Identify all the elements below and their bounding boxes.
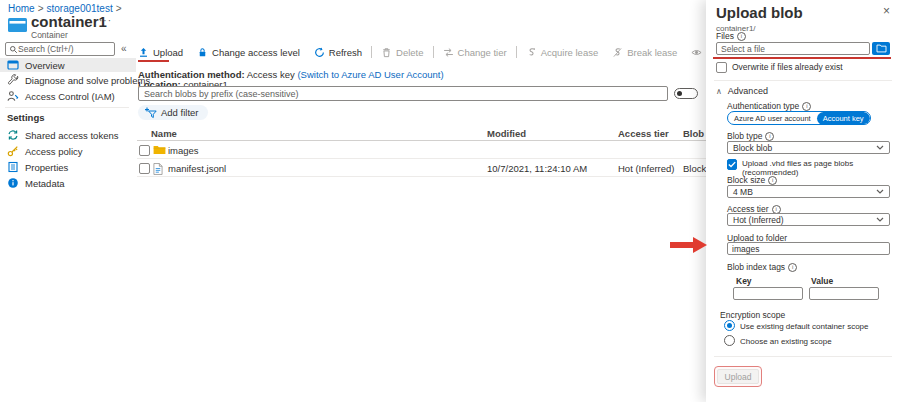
label-text: Key	[736, 276, 752, 286]
sidebar-item-access-policy[interactable]: Access policy	[0, 144, 136, 158]
file-select-input[interactable]	[716, 42, 870, 55]
filter-add-icon	[144, 107, 157, 119]
access-tier-select[interactable]: Hot (Inferred)	[727, 213, 890, 226]
eye-icon	[691, 47, 702, 58]
blob-name-link[interactable]: manifest.jsonl	[168, 163, 226, 174]
blob-name-link[interactable]: images	[168, 145, 199, 156]
person-key-icon	[7, 90, 19, 102]
checkbox-unchecked	[716, 62, 727, 73]
blob-index-tags-label: Blob index tags i	[727, 262, 797, 272]
auth-option-azure-ad[interactable]: Azure AD user account	[728, 112, 817, 125]
sidebar-item-label: Access policy	[25, 146, 83, 157]
block-size-select[interactable]: 4 MB	[727, 185, 890, 198]
toolbar-label: Change tier	[458, 47, 507, 58]
tag-key-input[interactable]	[733, 287, 803, 300]
tags-value-header: Value	[811, 276, 833, 286]
sidebar-item-label: Properties	[25, 162, 68, 173]
browse-files-button[interactable]	[872, 42, 890, 55]
break-lease-icon	[612, 47, 623, 58]
row-checkbox[interactable]	[139, 145, 150, 156]
panel-footer-divider	[714, 356, 892, 357]
toolbar-divider	[516, 46, 517, 58]
sidebar-item-label: Overview	[25, 60, 65, 71]
upload-button-annotation-box: Upload	[714, 366, 762, 387]
chevron-down-icon	[876, 189, 884, 194]
upload-folder-input[interactable]	[727, 242, 890, 255]
switch-auth-link[interactable]: (Switch to Azure AD User Account)	[297, 69, 443, 80]
label-text: Files	[716, 31, 734, 41]
tag-value-input[interactable]	[809, 287, 879, 300]
toolbar-label: Acquire lease	[541, 47, 599, 58]
upload-button[interactable]: Upload	[137, 47, 190, 58]
auth-type-pill-toggle: Azure AD user account Account key	[727, 111, 871, 125]
sidebar-item-diagnose[interactable]: Diagnose and solve problems	[0, 73, 136, 87]
advanced-section-toggle[interactable]: ∧ Advanced	[716, 86, 768, 96]
column-header-access-tier[interactable]: Access tier	[618, 128, 669, 139]
properties-icon	[7, 161, 19, 173]
panel-upload-button[interactable]: Upload	[717, 369, 759, 384]
select-value: Hot (Inferred)	[733, 215, 784, 225]
encryption-default-radio[interactable]: Use existing default container scope	[724, 320, 869, 331]
toolbar-label: Change access level	[212, 47, 300, 58]
chevron-down-icon	[876, 217, 884, 222]
shared-tokens-icon	[7, 129, 19, 141]
sidebar-search-input[interactable]	[18, 44, 108, 54]
sidebar-item-shared-access-tokens[interactable]: Shared access tokens	[0, 128, 136, 142]
red-arrow-annotation	[670, 237, 708, 253]
delete-button[interactable]: Delete	[374, 47, 430, 58]
sidebar-item-access-control[interactable]: Access Control (IAM)	[0, 89, 136, 103]
add-filter-button[interactable]: Add filter	[138, 105, 208, 120]
toolbar-label: Break lease	[627, 47, 677, 58]
add-filter-label: Add filter	[161, 107, 199, 118]
sidebar-item-properties[interactable]: Properties	[0, 160, 136, 174]
show-deleted-toggle[interactable]	[674, 88, 698, 99]
break-lease-button[interactable]: Break lease	[605, 47, 684, 58]
info-icon: i	[802, 102, 811, 111]
change-tier-button[interactable]: Change tier	[436, 47, 514, 58]
upload-blob-panel: Upload blob × container1/ Files i Overwr…	[706, 0, 900, 402]
toolbar-divider	[433, 46, 434, 58]
cell-modified: 10/7/2021, 11:24:10 AM	[487, 163, 587, 174]
sidebar-item-label: Diagnose and solve problems	[25, 75, 150, 86]
sidebar-item-metadata[interactable]: Metadata	[0, 176, 136, 190]
sidebar-item-label: Shared access tokens	[25, 130, 118, 141]
sidebar-divider	[5, 107, 129, 108]
arrow-head	[693, 237, 707, 253]
blob-type-select[interactable]: Block blob	[727, 141, 890, 154]
upload-icon	[138, 47, 149, 58]
radio-unselected	[724, 335, 735, 346]
overwrite-label: Overwrite if files already exist	[732, 62, 843, 72]
radio-label: Choose an existing scope	[740, 335, 832, 346]
folder-browse-icon	[876, 44, 887, 53]
row-checkbox[interactable]	[139, 163, 150, 174]
acquire-lease-icon	[526, 47, 537, 58]
page-subtitle: Container	[31, 30, 68, 40]
column-header-name[interactable]: Name	[151, 128, 177, 139]
column-header-modified[interactable]: Modified	[487, 128, 526, 139]
close-icon[interactable]: ×	[883, 4, 890, 18]
sidebar-search-box	[5, 42, 115, 56]
refresh-button[interactable]: Refresh	[307, 47, 369, 58]
sidebar-item-overview[interactable]: Overview	[0, 58, 136, 72]
label-text: Authentication type	[727, 101, 799, 111]
overview-icon	[7, 59, 19, 71]
label-text: Block size	[727, 175, 765, 185]
change-access-level-button[interactable]: Change access level	[190, 47, 307, 58]
overwrite-checkbox[interactable]: Overwrite if files already exist	[716, 62, 843, 73]
auth-option-account-key[interactable]: Account key	[817, 112, 870, 125]
lock-icon	[197, 47, 208, 58]
encryption-existing-radio[interactable]: Choose an existing scope	[724, 335, 832, 346]
radio-label: Use existing default container scope	[740, 320, 869, 331]
info-icon: i	[765, 132, 774, 141]
toolbar-divider	[371, 46, 372, 58]
files-label: Files i	[716, 31, 746, 41]
toolbar-label: Refresh	[329, 47, 362, 58]
radio-selected	[724, 320, 735, 331]
chevron-down-icon	[876, 145, 884, 150]
blob-search-input[interactable]	[138, 86, 668, 101]
acquire-lease-button[interactable]: Acquire lease	[519, 47, 606, 58]
more-options-button[interactable]: ···	[99, 15, 112, 26]
select-value: 4 MB	[733, 187, 753, 197]
page-title: container1	[31, 13, 107, 30]
sidebar-collapse-button[interactable]: «	[121, 43, 127, 54]
